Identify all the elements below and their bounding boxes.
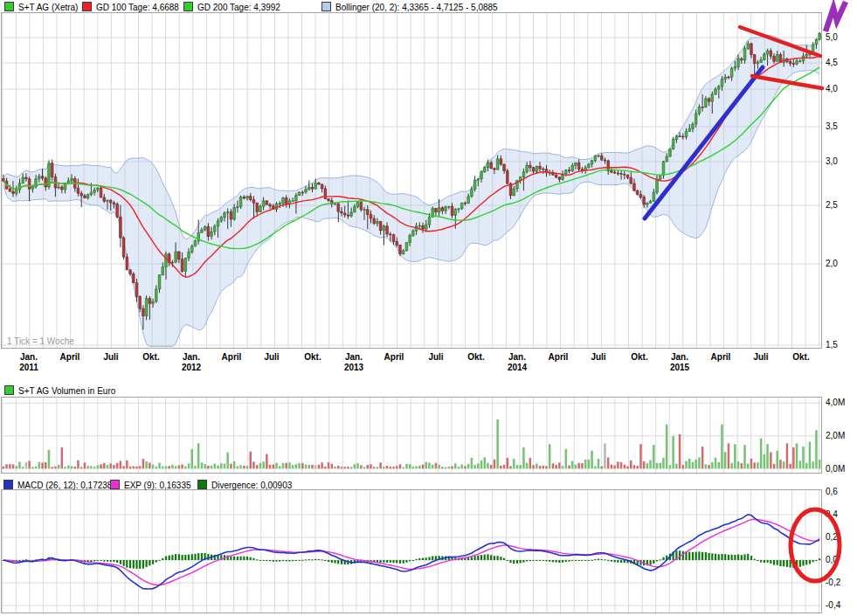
legend-gd200: GD 200 Tage: 4,3992 [183,2,280,12]
price-tick-label: 5,0 [826,33,838,42]
labels-layer: S+T AG (Xetra) GD 100 Tage: 4,6688 GD 20… [0,0,857,616]
legend-gd100-label: GD 100 Tage: 4,6688 [96,3,179,12]
gd200-swatch-icon [183,2,193,11]
price-tick-label: 3,5 [826,122,838,131]
x-year-label: 2012 [182,363,201,372]
x-month-label: Okt. [631,352,647,362]
gd100-swatch-icon [82,2,92,11]
x-month-label: Jan. [671,352,688,362]
x-month-label: April [222,352,242,362]
x-month-label: Jan. [345,352,363,362]
legend-main-instrument: S+T AG (Xetra) [4,2,78,12]
macd-swatch-icon [3,480,13,489]
x-month-label: Jan. [183,352,200,362]
x-month-label: Okt. [142,352,159,362]
macd-tick-label: 0,4 [826,510,838,519]
macd-tick-label: -0,2 [826,578,840,587]
x-year-label: 2013 [344,363,363,372]
macd-tick-label: -0,4 [826,601,840,610]
x-month-label: Okt. [467,352,484,362]
price-tick-label: 3,0 [826,157,838,166]
x-year-label: 2011 [19,363,38,372]
exp-swatch-icon [110,480,120,489]
x-month-label: Okt. [304,352,321,362]
x-month-label: Jan. [508,352,526,362]
legend-bollinger: Bollinger (20, 2): 4,3365 - 4,7125 - 5,0… [321,2,498,12]
volume-swatch-icon [4,385,14,395]
x-month-label: Juli [428,352,443,362]
x-month-label: Juli [753,352,768,362]
legend-divergence-label: Divergence: 0,00903 [211,481,292,490]
macd-tick-label: 0,0 [826,556,838,564]
legend-volume: S+T AG Volumen in Euro [4,385,115,396]
x-year-label: 2015 [670,363,689,372]
legend-exp: EXP (9): 0,16335 [110,480,191,490]
legend-gd200-label: GD 200 Tage: 4,3992 [197,3,280,12]
x-month-label: Jan. [20,352,38,362]
x-month-label: Okt. [792,352,809,362]
volume-tick-label: 2,0M [826,432,845,440]
volume-tick-label: 0,0M [826,465,845,474]
tick-period-note: 1 Tick = 1 Woche [7,336,74,346]
macd-tick-label: 0,2 [826,533,838,542]
legend-macd-label: MACD (26, 12): 0,17238 [17,481,112,490]
price-tick-label: 2,0 [826,260,838,268]
instrument-swatch-icon [4,2,14,11]
x-month-label: April [60,352,80,362]
x-month-label: Juli [103,352,118,362]
legend-exp-label: EXP (9): 0,16335 [124,481,191,490]
legend-main-instrument-label: S+T AG (Xetra) [18,3,78,12]
price-tick-label: 2,5 [826,201,838,210]
legend-macd: MACD (26, 12): 0,17238 [3,480,112,490]
chart-page: S+T AG (Xetra) GD 100 Tage: 4,6688 GD 20… [0,0,857,616]
x-year-label: 2014 [508,363,527,372]
legend-bollinger-label: Bollinger (20, 2): 4,3365 - 4,7125 - 5,0… [335,3,498,12]
x-month-label: April [549,352,569,362]
bollinger-swatch-icon [321,2,331,11]
x-month-label: April [711,352,731,362]
price-tick-label: 1,5 [826,341,838,350]
legend-divergence: Divergence: 0,00903 [197,480,292,490]
macd-tick-label: 0,6 [826,488,838,496]
legend-volume-label: S+T AG Volumen in Euro [18,386,115,396]
legend-gd100: GD 100 Tage: 4,6688 [82,2,179,12]
price-tick-label: 4,0 [826,85,838,93]
x-month-label: Juli [264,352,279,362]
price-tick-label: 4,5 [826,59,838,67]
x-month-label: April [384,352,404,362]
volume-tick-label: 4,0M [826,398,845,407]
divergence-swatch-icon [197,480,207,489]
x-month-label: Juli [591,352,605,362]
